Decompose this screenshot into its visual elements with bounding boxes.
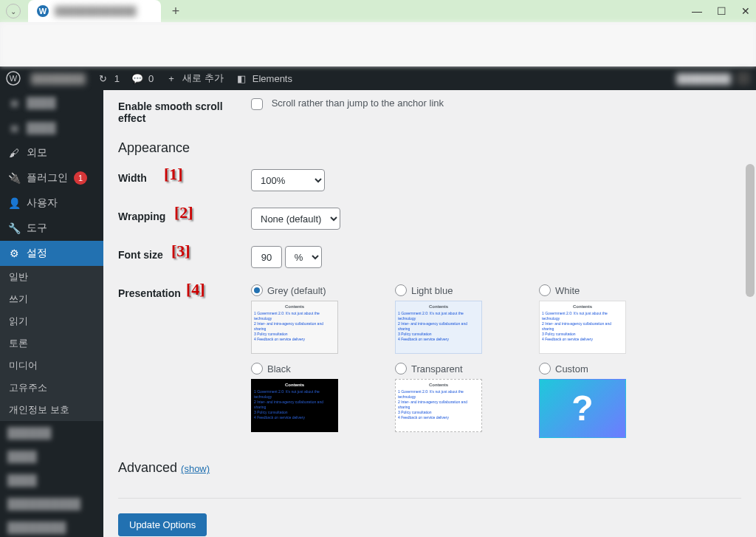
window-minimize-button[interactable]: — — [692, 5, 702, 17]
tab-dropdown-icon[interactable]: ⌄ — [6, 4, 21, 18]
preview-transparent: Contents1 Government 2.0: It's not just … — [395, 379, 482, 432]
radio-lightblue[interactable] — [395, 284, 407, 296]
radio-label: White — [555, 285, 580, 296]
presentation-option-transparent[interactable]: Transparent Contents1 Government 2.0: It… — [395, 363, 517, 438]
sidebar-item-blurred[interactable]: ████ — [0, 468, 103, 492]
preview-black: Contents1 Government 2.0: It's not just … — [251, 379, 338, 432]
appearance-heading: Appearance — [118, 140, 741, 156]
preview-grey: Contents1 Government 2.0: It's not just … — [251, 301, 338, 354]
sidebar-item-tools[interactable]: 🔧도구 — [0, 216, 103, 241]
presentation-option-lightblue[interactable]: Light blue Contents1 Government 2.0: It'… — [395, 284, 517, 354]
preview-custom: ? — [539, 379, 626, 438]
radio-white[interactable] — [539, 284, 551, 296]
new-label: 새로 추가 — [182, 72, 224, 85]
presentation-option-grey[interactable]: Grey (default) Contents1 Government 2.0:… — [251, 284, 373, 354]
fontsize-label: Font size — [118, 249, 163, 261]
submenu-writing[interactable]: 쓰기 — [0, 288, 103, 310]
presentation-label: Presentation — [118, 287, 181, 299]
site-name-blurred[interactable]: ████████ — [31, 73, 86, 84]
annotation-3: [3] — [171, 242, 190, 261]
user-menu-blurred[interactable]: ████████ — [676, 72, 750, 85]
sliders-icon: ⚙ — [7, 247, 21, 260]
elements-label: Elements — [252, 73, 292, 84]
browser-tab[interactable]: W █████████████ — [28, 0, 161, 22]
svg-text:W: W — [10, 74, 18, 83]
window-maximize-button[interactable]: ☐ — [717, 5, 726, 17]
elements-icon: ◧ — [234, 71, 249, 86]
annotation-2: [2] — [174, 203, 193, 222]
sidebar-item-users[interactable]: 👤사용자 — [0, 191, 103, 216]
plus-icon: + — [164, 71, 179, 86]
refresh-icon: ↻ — [96, 71, 111, 86]
scrollbar[interactable] — [744, 90, 756, 537]
comments-link[interactable]: 💬 0 — [130, 71, 154, 86]
submenu-general[interactable]: 일반 — [0, 266, 103, 288]
new-content-link[interactable]: + 새로 추가 — [164, 71, 224, 86]
sidebar-item-settings[interactable]: ⚙설정 — [0, 241, 103, 266]
presentation-option-white[interactable]: White Contents1 Government 2.0: It's not… — [539, 284, 661, 354]
radio-black[interactable] — [251, 363, 263, 374]
sidebar-item-label: 사용자 — [27, 196, 58, 210]
update-options-button[interactable]: Update Options — [118, 513, 207, 536]
new-tab-button[interactable]: + — [165, 1, 186, 21]
smooth-scroll-label: Enable smooth scroll effect — [118, 98, 251, 124]
user-icon: 👤 — [7, 196, 21, 210]
annotation-4: [4] — [186, 280, 205, 299]
updates-link[interactable]: ↻ 1 — [96, 71, 120, 86]
radio-label: Grey (default) — [267, 285, 326, 296]
elements-link[interactable]: ◧ Elements — [234, 71, 292, 86]
sidebar-item-blurred[interactable]: ▣████ — [0, 90, 103, 115]
wrapping-label: Wrapping — [118, 211, 165, 222]
plug-icon: 🔌 — [7, 171, 21, 185]
radio-label: Black — [267, 363, 291, 374]
preview-white: Contents1 Government 2.0: It's not just … — [539, 301, 626, 354]
brush-icon: 🖌 — [7, 146, 21, 160]
sidebar-item-blurred[interactable]: ██████ — [0, 421, 103, 445]
radio-label: Transparent — [411, 363, 463, 374]
sidebar-item-label: 설정 — [27, 247, 47, 260]
radio-label: Light blue — [411, 285, 453, 296]
annotation-1: [1] — [164, 165, 183, 184]
browser-toolbar-blurred — [0, 22, 756, 66]
submenu-reading[interactable]: 읽기 — [0, 310, 103, 332]
wp-admin-bar: W ████████ ↻ 1 💬 0 + 새로 추가 ◧ Elements ██… — [0, 66, 756, 90]
settings-content: Enable smooth scroll effect Scroll rathe… — [103, 90, 756, 537]
sidebar-item-plugins[interactable]: 🔌플러그인 1 — [0, 165, 103, 191]
submenu-permalinks[interactable]: 고유주소 — [0, 377, 103, 399]
radio-grey[interactable] — [251, 284, 263, 296]
sidebar-item-blurred[interactable]: ▣████ — [0, 115, 103, 140]
fontsize-unit-select[interactable]: % — [285, 246, 322, 268]
wrapping-select[interactable]: None (default) — [251, 208, 340, 230]
avatar-icon — [737, 72, 750, 85]
sidebar-item-label: 외모 — [27, 146, 47, 160]
plugins-update-badge: 1 — [74, 171, 87, 185]
submenu-discussion[interactable]: 토론 — [0, 332, 103, 355]
sidebar-item-blurred[interactable]: ██████████ — [0, 492, 103, 516]
smooth-scroll-desc: Scroll rather than jump to the anchor li… — [272, 98, 444, 109]
fontsize-input[interactable] — [251, 246, 282, 268]
wrench-icon: 🔧 — [7, 222, 21, 235]
radio-transparent[interactable] — [395, 363, 407, 374]
advanced-show-link[interactable]: (show) — [181, 463, 210, 474]
wp-logo-icon[interactable]: W — [6, 71, 21, 86]
presentation-option-black[interactable]: Black Contents1 Government 2.0: It's not… — [251, 363, 373, 438]
window-close-button[interactable]: ✕ — [741, 5, 750, 17]
presentation-option-custom[interactable]: Custom ? — [539, 363, 661, 438]
width-select[interactable]: 100% — [251, 169, 325, 191]
smooth-scroll-checkbox[interactable] — [251, 98, 263, 110]
wordpress-favicon-icon: W — [37, 5, 49, 17]
divider — [118, 498, 741, 499]
submenu-media[interactable]: 미디어 — [0, 355, 103, 377]
submenu-privacy[interactable]: 개인정보 보호 — [0, 399, 103, 421]
sidebar-item-blurred[interactable]: ████ — [0, 445, 103, 468]
sidebar-item-blurred[interactable]: ████████ — [0, 516, 103, 537]
comments-count: 0 — [148, 73, 154, 84]
settings-submenu: 일반 쓰기 읽기 토론 미디어 고유주소 개인정보 보호 — [0, 266, 103, 421]
advanced-heading: Advanced — [118, 460, 177, 475]
radio-label: Custom — [555, 363, 588, 374]
scrollbar-thumb[interactable] — [746, 164, 755, 297]
sidebar-item-appearance[interactable]: 🖌외모 — [0, 140, 103, 165]
radio-custom[interactable] — [539, 363, 551, 374]
browser-tab-strip: ⌄ W █████████████ + — ☐ ✕ — [0, 0, 756, 22]
sidebar-item-label: 플러그인 — [27, 171, 68, 185]
